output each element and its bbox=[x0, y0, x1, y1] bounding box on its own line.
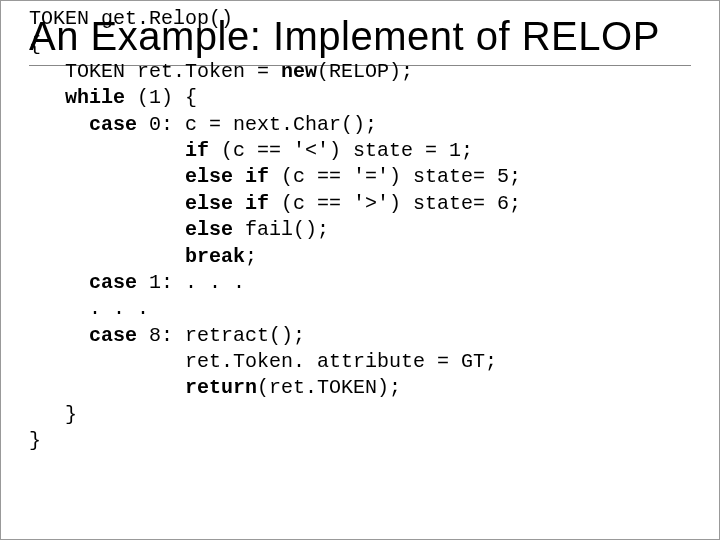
code-line: TOKEN ret.Token = bbox=[29, 60, 281, 83]
code-keyword: break bbox=[185, 245, 245, 268]
code-keyword: if bbox=[185, 139, 209, 162]
code-text: ; bbox=[245, 245, 257, 268]
slide-container: An Example: Implement of RELOP TOKEN get… bbox=[1, 1, 719, 539]
code-line: . . . bbox=[29, 297, 149, 320]
code-keyword: new bbox=[281, 60, 317, 83]
code-line: } bbox=[29, 429, 41, 452]
code-line bbox=[29, 324, 89, 347]
code-text: 8: retract(); bbox=[137, 324, 305, 347]
code-line: ret.Token. attribute = GT; bbox=[29, 350, 497, 373]
code-text: (c == '<') state = 1; bbox=[209, 139, 473, 162]
code-text: (c == '>') state= 6; bbox=[269, 192, 521, 215]
code-block: TOKEN get.Relop() { TOKEN ret.Token = ne… bbox=[29, 6, 691, 455]
code-text: (ret.TOKEN); bbox=[257, 376, 401, 399]
code-line bbox=[29, 271, 89, 294]
code-line: } bbox=[29, 403, 77, 426]
code-text: 0: c = next.Char(); bbox=[137, 113, 377, 136]
slide-title: An Example: Implement of RELOP bbox=[29, 13, 691, 59]
code-keyword: else if bbox=[185, 192, 269, 215]
code-keyword: return bbox=[185, 376, 257, 399]
code-keyword: case bbox=[89, 271, 137, 294]
code-line bbox=[29, 192, 185, 215]
code-line bbox=[29, 86, 65, 109]
code-keyword: while bbox=[65, 86, 125, 109]
code-line bbox=[29, 218, 185, 241]
code-text: (c == '=') state= 5; bbox=[269, 165, 521, 188]
code-keyword: case bbox=[89, 324, 137, 347]
code-text: (1) { bbox=[125, 86, 197, 109]
code-line bbox=[29, 139, 185, 162]
code-keyword: else bbox=[185, 218, 233, 241]
code-line bbox=[29, 376, 185, 399]
code-keyword: else if bbox=[185, 165, 269, 188]
code-keyword: case bbox=[89, 113, 137, 136]
code-text: fail(); bbox=[233, 218, 329, 241]
code-line bbox=[29, 113, 89, 136]
code-text: (RELOP); bbox=[317, 60, 413, 83]
code-line bbox=[29, 165, 185, 188]
code-line bbox=[29, 245, 185, 268]
code-text: 1: . . . bbox=[137, 271, 245, 294]
